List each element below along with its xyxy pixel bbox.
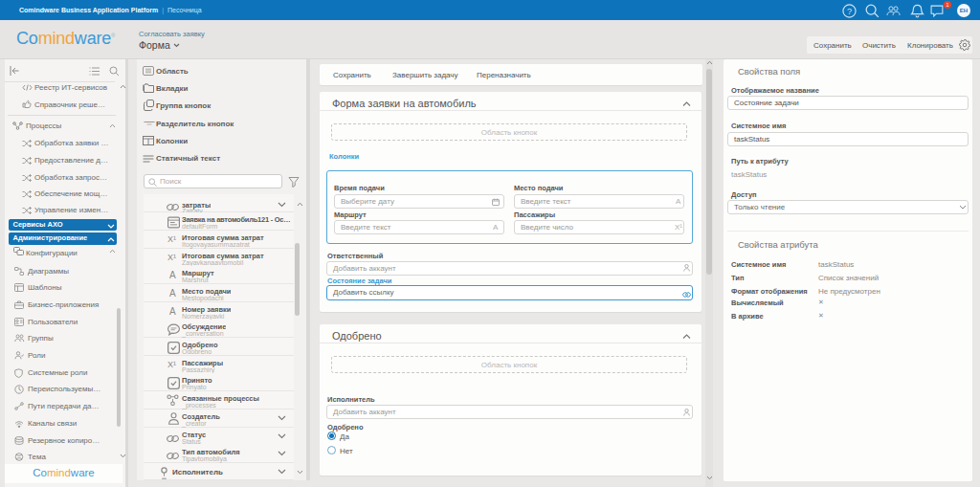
- svg-text:?: ?: [847, 7, 852, 16]
